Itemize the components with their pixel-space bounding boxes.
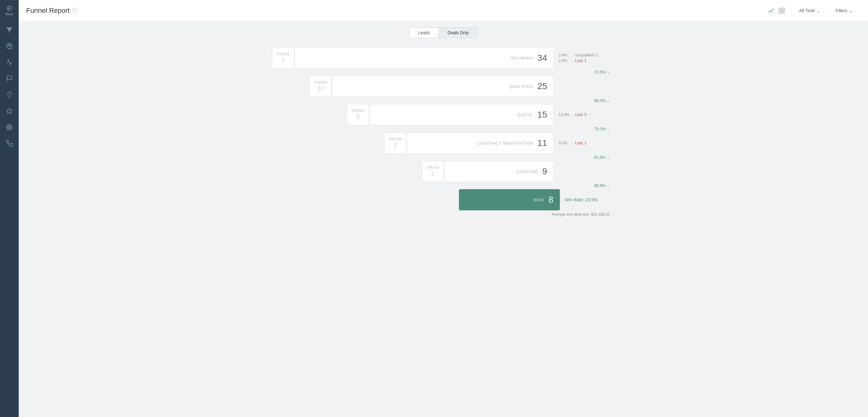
chevron-qualified: ⌄ xyxy=(607,98,610,102)
stayed-value-incoming: 7 xyxy=(281,56,285,64)
svg-rect-20 xyxy=(782,11,784,13)
stage-count-closure: 9 xyxy=(542,167,547,176)
stage-qualified: STAYED 10 QUALIFIED 25 60.0% ⌄ xyxy=(272,76,615,104)
conversion-pct-incoming: 73.5% xyxy=(594,70,606,75)
conversion-pct-contract: 81.8% xyxy=(594,155,606,159)
stage-count-contract: 11 xyxy=(537,138,547,148)
sidebar-item-bulb[interactable] xyxy=(0,87,19,103)
stage-closure: STAYED 1 CLOSURE 9 88.9% ⌄ xyxy=(272,161,615,189)
stage-name-contract: CONTRACT NEGOTIATION xyxy=(477,141,533,146)
svg-point-7 xyxy=(8,45,9,46)
stage-right-quote: 13.3% › Lost: 2 xyxy=(559,113,615,117)
chevron-closure: ⌄ xyxy=(607,184,610,188)
time-filter[interactable]: All Time ⌄ xyxy=(792,8,828,13)
sidebar-item-target[interactable] xyxy=(0,119,19,135)
stage-name-qualified: QUALIFIED xyxy=(509,84,533,89)
stage-name-quote: QUOTE xyxy=(518,113,533,117)
stat-lost-contract: 9.1% › Lost: 1 xyxy=(559,141,615,145)
stayed-box-closure: STAYED 1 xyxy=(422,161,444,182)
filter-chevron-icon: ⌄ xyxy=(849,8,853,13)
tab-deals-only[interactable]: Deals Only xyxy=(439,28,477,38)
stage-count-won: 8 xyxy=(548,195,553,205)
stayed-label-closure: STAYED xyxy=(426,166,439,169)
tab-leads[interactable]: Leads xyxy=(409,28,439,38)
svg-point-14 xyxy=(6,124,12,130)
sidebar: Back xyxy=(0,0,19,417)
stage-count-qualified: 25 xyxy=(537,81,547,91)
conversion-quote[interactable]: 73.3% ⌄ xyxy=(272,125,615,132)
stage-count-quote: 15 xyxy=(537,110,547,120)
stage-right-contract: 9.1% › Lost: 1 xyxy=(559,141,615,145)
stayed-value-closure: 1 xyxy=(431,170,434,177)
stage-name-won: WON xyxy=(533,198,544,202)
conversion-qualified[interactable]: 60.0% ⌄ xyxy=(272,97,615,104)
time-chevron-icon: ⌄ xyxy=(816,8,820,13)
grid-view-button[interactable] xyxy=(778,7,785,14)
svg-point-15 xyxy=(8,126,11,129)
stayed-box-incoming: STAYED 7 xyxy=(272,48,294,68)
stage-name-incoming: INCOMING xyxy=(510,56,533,60)
content-area: Leads Deals Only STAYED 7 INCOMING 34 xyxy=(19,21,868,417)
sidebar-item-palette[interactable] xyxy=(0,38,19,54)
bar-contract: CONTRACT NEGOTIATION 11 xyxy=(407,132,554,154)
back-label: Back xyxy=(6,12,13,16)
sidebar-item-phone[interactable] xyxy=(0,135,19,151)
stage-contract-negotiation: STAYED 1 CONTRACT NEGOTIATION 11 9.1% › … xyxy=(272,132,615,161)
sidebar-item-funnel[interactable] xyxy=(0,22,19,38)
stayed-box-quote: STAYED 2 xyxy=(347,104,369,125)
stayed-label-incoming: STAYED xyxy=(277,52,290,56)
svg-marker-13 xyxy=(6,108,12,114)
svg-point-9 xyxy=(10,45,11,46)
stayed-label-quote: STAYED xyxy=(351,109,365,113)
filter-button[interactable]: Filters ⌄ xyxy=(828,8,861,13)
list-view-button[interactable] xyxy=(768,7,775,14)
sidebar-item-star[interactable] xyxy=(0,103,19,119)
stayed-value-qualified: 10 xyxy=(317,85,324,92)
bar-qualified: QUALIFIED 25 xyxy=(332,76,554,97)
chevron-incoming: ⌄ xyxy=(607,70,610,74)
stayed-box-qualified: STAYED 10 xyxy=(309,76,332,97)
bar-won: WON 8 xyxy=(459,189,560,210)
svg-point-16 xyxy=(9,126,10,128)
header: Funnel Report ⓘ xyxy=(19,0,868,21)
average-won: Average won deal size: $31,306.25 xyxy=(272,212,615,217)
stayed-value-quote: 2 xyxy=(356,113,360,120)
stayed-label-contract: STAYED xyxy=(389,138,402,141)
sidebar-item-flag[interactable] xyxy=(0,70,19,87)
conversion-incoming[interactable]: 73.5% ⌄ xyxy=(272,68,615,76)
bar-closure: CLOSURE 9 xyxy=(444,161,554,182)
conversion-pct-quote: 73.3% xyxy=(594,126,606,131)
tab-group: Leads Deals Only xyxy=(409,27,478,38)
chevron-quote: ⌄ xyxy=(607,127,610,131)
svg-rect-17 xyxy=(779,8,781,10)
conversion-closure[interactable]: 88.9% ⌄ xyxy=(272,182,615,189)
header-title-area: Funnel Report ⓘ xyxy=(26,6,768,14)
page-title: Funnel Report xyxy=(26,6,69,14)
stage-count-incoming: 34 xyxy=(537,53,547,63)
svg-point-8 xyxy=(9,44,10,45)
filter-label: Filters xyxy=(836,8,847,13)
stat-unqualified: 2.9% › Unqualified: 1 xyxy=(559,53,615,57)
conversion-pct-closure: 88.9% xyxy=(594,183,606,188)
conversion-pct-qualified: 60.0% xyxy=(594,98,606,103)
stayed-value-contract: 1 xyxy=(394,142,397,149)
view-toggle xyxy=(768,7,792,14)
main-area: Funnel Report ⓘ xyxy=(19,0,868,417)
stage-incoming: STAYED 7 INCOMING 34 2.9% › Unqualified:… xyxy=(272,48,615,76)
time-label: All Time xyxy=(799,8,815,13)
stage-won: WON 8 Win Rate: 23.5% Average won deal s… xyxy=(272,189,615,217)
bar-quote: QUOTE 15 xyxy=(369,104,554,125)
stat-lost-quote: 13.3% › Lost: 2 xyxy=(559,113,615,117)
info-icon[interactable]: ⓘ xyxy=(72,7,77,14)
conversion-contract[interactable]: 81.8% ⌄ xyxy=(272,154,615,161)
stat-lost-incoming: 2.9% › Lost: 1 xyxy=(559,59,615,63)
svg-rect-18 xyxy=(782,8,784,10)
stage-name-closure: CLOSURE xyxy=(517,169,538,174)
header-actions: All Time ⌄ Filters ⌄ xyxy=(768,7,861,14)
stayed-label-qualified: STAYED xyxy=(314,81,327,84)
funnel-container: STAYED 7 INCOMING 34 2.9% › Unqualified:… xyxy=(272,48,615,217)
back-button[interactable]: Back xyxy=(0,0,19,22)
stage-right-incoming: 2.9% › Unqualified: 1 2.9% › Lost: 1 xyxy=(559,53,615,63)
svg-rect-19 xyxy=(779,11,781,13)
sidebar-item-activity[interactable] xyxy=(0,54,19,70)
